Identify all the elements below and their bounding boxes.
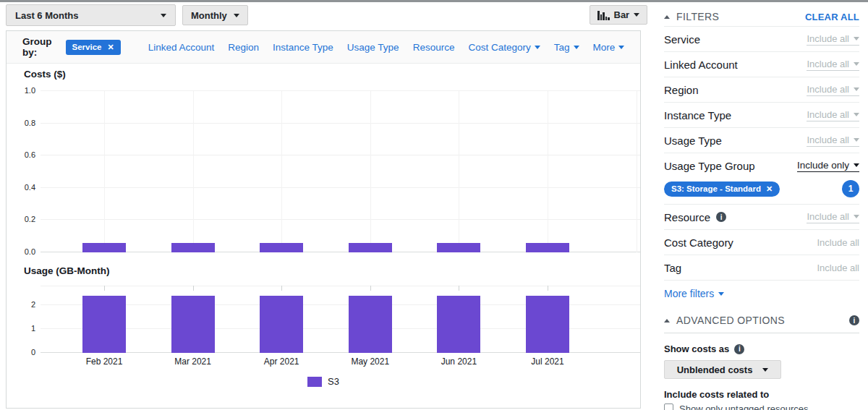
show-costs-as-label: Show costs as	[664, 343, 729, 354]
group-by-more[interactable]: More	[593, 42, 625, 53]
untagged-resources-checkbox[interactable]	[664, 403, 673, 410]
filter-label-cost-category: Cost Category	[664, 236, 733, 249]
filter-mode-dropdown-region[interactable]: Include all	[807, 84, 859, 96]
costs-chart-plot: 0.00.20.40.60.81.0	[41, 91, 640, 252]
usage-chart-plot: 012	[41, 286, 640, 353]
bar-mar-2021-s3[interactable]	[171, 243, 215, 252]
show-costs-as-label-row: Show costs as i	[664, 343, 859, 354]
group-by-option-linked-account[interactable]: Linked Account	[148, 42, 215, 53]
group-by-option-region[interactable]: Region	[228, 42, 259, 53]
bar-jun-2021-s3[interactable]	[437, 243, 480, 252]
filter-chip[interactable]: S3: Storage - Standard✕	[664, 181, 780, 197]
filter-mode-value: Include all	[807, 33, 849, 44]
group-by-option-usage-type[interactable]: Usage Type	[347, 42, 399, 53]
filter-count-badge: 1	[842, 180, 859, 197]
caret-down-icon	[234, 14, 239, 17]
gridline	[41, 90, 640, 91]
group-by-selected-pill[interactable]: Service✕	[66, 40, 121, 55]
filter-mode-value: Include all	[807, 59, 849, 69]
costs-chart-title: Costs ($)	[24, 69, 66, 80]
bar-feb-2021-s3[interactable]	[82, 243, 126, 252]
date-range-dropdown[interactable]: Last 6 Months	[6, 4, 176, 26]
filter-mode-dropdown-instance-type[interactable]: Include all	[807, 109, 859, 121]
y-tick-label: 0.6	[12, 150, 41, 159]
filter-label-region: Region	[664, 84, 699, 96]
bar-apr-2021-s3[interactable]	[260, 243, 303, 252]
axis-tick	[459, 286, 459, 291]
filter-label-service: Service	[664, 33, 700, 46]
filter-mode-dropdown-service[interactable]: Include all	[807, 33, 859, 46]
bar-jun-2021-s3[interactable]	[437, 296, 480, 353]
filter-mode-value: Include only	[797, 160, 849, 171]
filter-row-usage-type-group: Usage Type GroupInclude only	[664, 153, 859, 179]
more-filters-link[interactable]: More filters	[664, 281, 859, 306]
gridline	[459, 91, 459, 252]
group-by-option-label: Instance Type	[273, 42, 333, 53]
granularity-dropdown[interactable]: Monthly	[182, 5, 248, 25]
costs-type-value: Unblended costs	[677, 364, 753, 375]
top-divider	[0, 0, 868, 2]
filter-mode-value: Include all	[807, 84, 849, 95]
bar-jul-2021-s3[interactable]	[526, 243, 569, 252]
gridline	[41, 155, 640, 155]
gridline	[41, 219, 640, 220]
y-tick-label: 1.0	[12, 86, 41, 95]
y-tick-label: 0	[12, 348, 41, 356]
date-range-value: Last 6 Months	[15, 10, 78, 21]
filter-mode-dropdown-tag[interactable]: Include all	[817, 262, 859, 273]
group-by-option-instance-type[interactable]: Instance Type	[273, 42, 333, 53]
bar-apr-2021-s3[interactable]	[260, 296, 303, 353]
costs-type-dropdown[interactable]: Unblended costs	[664, 360, 781, 379]
gridline	[41, 123, 640, 124]
filter-mode-dropdown-cost-category[interactable]: Include all	[817, 237, 859, 248]
filter-mode-dropdown-usage-type[interactable]: Include all	[807, 134, 859, 147]
caret-up-icon	[664, 15, 670, 19]
x-axis-label: May 2021	[351, 356, 389, 367]
bar-may-2021-s3[interactable]	[349, 243, 392, 252]
group-by-option-tag[interactable]: Tag	[554, 42, 579, 53]
bar-mar-2021-s3[interactable]	[171, 296, 215, 353]
filter-mode-dropdown-usage-type-group[interactable]: Include only	[797, 160, 859, 172]
caret-up-icon	[664, 319, 670, 323]
group-by-option-resource[interactable]: Resource	[413, 42, 455, 53]
bar-may-2021-s3[interactable]	[349, 296, 392, 353]
filters-collapse-toggle[interactable]: FILTERS	[664, 11, 719, 22]
chart-type-dropdown[interactable]: Bar	[590, 5, 647, 25]
gridline	[41, 187, 640, 188]
filter-mode-dropdown-linked-account[interactable]: Include all	[807, 59, 859, 71]
filters-title: FILTERS	[676, 11, 719, 22]
filter-label-text: Service	[664, 33, 700, 46]
info-icon[interactable]: i	[734, 344, 744, 354]
group-by-bar: Group by: Service✕Linked AccountRegionIn…	[7, 31, 640, 64]
axis-tick	[281, 286, 282, 291]
filter-row-instance-type: Instance TypeInclude all	[664, 103, 859, 128]
gridline	[637, 91, 637, 252]
y-tick-label: 1	[12, 324, 41, 333]
y-tick-label: 2	[12, 300, 41, 309]
clear-all-button[interactable]: CLEAR ALL	[805, 12, 859, 22]
close-icon[interactable]: ✕	[107, 43, 114, 52]
filter-row-tag: TagInclude all	[664, 255, 859, 281]
y-tick-label: 0.2	[12, 215, 41, 223]
bar-jul-2021-s3[interactable]	[526, 296, 569, 353]
filter-row-cost-category: Cost CategoryInclude all	[664, 230, 859, 255]
bar-feb-2021-s3[interactable]	[82, 296, 126, 353]
x-axis-labels: Feb 2021Mar 2021Apr 2021May 2021Jun 2021…	[41, 356, 640, 368]
axis-tick	[548, 286, 548, 291]
gridline	[193, 91, 194, 252]
filters-sidebar: FILTERS CLEAR ALL ServiceInclude allLink…	[664, 7, 859, 410]
chart-legend: S3	[7, 376, 640, 387]
filter-label-linked-account: Linked Account	[664, 59, 738, 71]
info-icon[interactable]: i	[849, 315, 859, 325]
info-icon[interactable]: i	[716, 212, 726, 222]
group-by-more-label: More	[593, 42, 616, 53]
caret-down-icon	[618, 46, 624, 49]
filter-mode-dropdown-resource[interactable]: Include all	[807, 211, 859, 223]
caret-down-icon	[762, 368, 768, 372]
filter-rows: ServiceInclude allLinked AccountInclude …	[664, 27, 859, 281]
include-costs-label: Include costs related to	[664, 389, 859, 400]
advanced-options-header[interactable]: ADVANCED OPTIONS i	[664, 309, 859, 333]
group-by-option-cost-category[interactable]: Cost Category	[468, 42, 540, 53]
close-icon[interactable]: ✕	[766, 184, 773, 194]
filter-label-instance-type: Instance Type	[664, 109, 731, 121]
